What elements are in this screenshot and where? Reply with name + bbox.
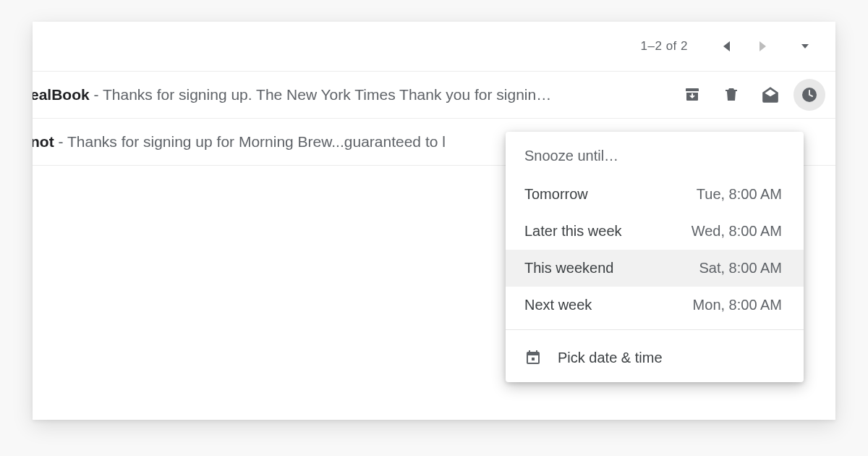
snooze-option-label: This weekend (524, 260, 613, 276)
pagination-count: 1–2 of 2 (641, 39, 688, 54)
email-sender: ealBook (33, 86, 90, 103)
email-row-text: ealBook - Thanks for signing up. The New… (33, 86, 665, 104)
email-row[interactable]: ealBook - Thanks for signing up. The New… (33, 72, 835, 119)
mark-read-button[interactable] (754, 79, 786, 111)
snooze-menu: Snooze until… Tomorrow Tue, 8:00 AM Late… (506, 132, 804, 382)
snooze-pick-label: Pick date & time (558, 350, 663, 366)
chevron-left-icon (723, 41, 730, 51)
snooze-option-label: Tomorrow (524, 186, 588, 203)
snooze-option-this-weekend[interactable]: This weekend Sat, 8:00 AM (506, 250, 804, 287)
toolbar: 1–2 of 2 (33, 22, 835, 71)
delete-button[interactable] (715, 79, 747, 111)
prev-page-button[interactable] (715, 35, 737, 57)
snooze-button[interactable] (793, 79, 825, 111)
snooze-menu-title: Snooze until… (506, 132, 804, 176)
archive-button[interactable] (676, 79, 708, 111)
snooze-option-label: Later this week (524, 223, 622, 240)
snooze-option-time: Sat, 8:00 AM (699, 260, 782, 276)
archive-icon (684, 86, 701, 104)
email-preview: - Thanks for signing up. The New York Ti… (90, 86, 552, 103)
dropdown-caret-icon (801, 44, 809, 48)
snooze-option-label: Next week (524, 297, 592, 313)
menu-separator (506, 329, 804, 330)
chevron-right-icon (760, 41, 766, 51)
email-row-actions (665, 79, 825, 111)
next-page-button[interactable] (752, 35, 773, 57)
trash-icon (723, 86, 740, 104)
svg-rect-1 (532, 358, 535, 360)
email-panel: 1–2 of 2 ealBook - Thanks for signing up… (33, 22, 835, 420)
snooze-option-time: Mon, 8:00 AM (693, 297, 782, 313)
snooze-option-time: Tue, 8:00 AM (697, 186, 782, 203)
snooze-option-tomorrow[interactable]: Tomorrow Tue, 8:00 AM (506, 176, 804, 213)
snooze-pick-date-time[interactable]: Pick date & time (506, 336, 804, 382)
clock-icon (801, 86, 818, 104)
email-sender: not (33, 133, 54, 150)
calendar-icon (524, 349, 542, 366)
input-tools-button[interactable] (785, 35, 807, 57)
snooze-option-time: Wed, 8:00 AM (692, 223, 782, 240)
email-preview: - Thanks for signing up for Morning Brew… (54, 133, 446, 150)
snooze-option-next-week[interactable]: Next week Mon, 8:00 AM (506, 287, 804, 324)
mail-open-icon (761, 85, 780, 104)
snooze-option-later-this-week[interactable]: Later this week Wed, 8:00 AM (506, 213, 804, 250)
